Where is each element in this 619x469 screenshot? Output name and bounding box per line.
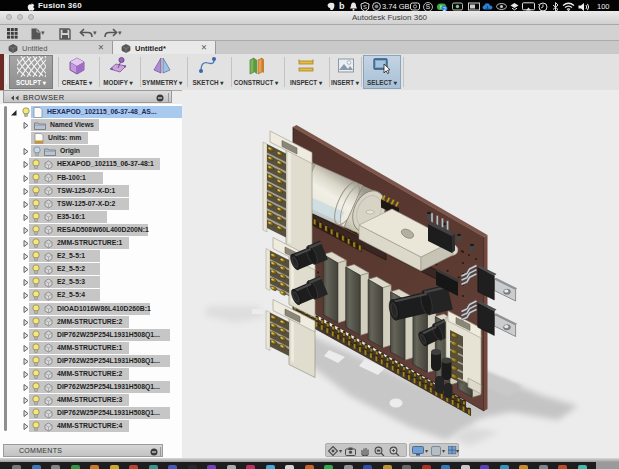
svg-text:S: S: [426, 3, 431, 10]
svg-text:S: S: [363, 4, 367, 10]
